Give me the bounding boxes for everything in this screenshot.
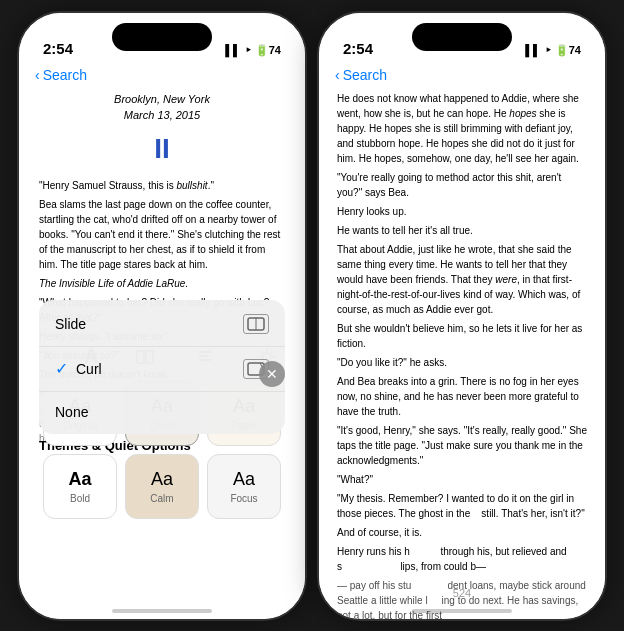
transition-menu: Slide ✓ Curl (39, 300, 285, 434)
r-para-3: Henry looks up. (337, 204, 587, 219)
theme-focus-label: Focus (230, 493, 257, 504)
curl-label: Curl (76, 361, 102, 377)
theme-bold-label: Bold (70, 493, 90, 504)
menu-item-slide[interactable]: Slide (39, 304, 285, 344)
paragraph-3: The Invisible Life of Addie LaRue. (39, 276, 285, 291)
book-location: Brooklyn, New York March 13, 2015 (39, 91, 285, 124)
r-para-13: Henry runs his h through his, but reliev… (337, 544, 587, 574)
r-para-6: But she wouldn't believe him, so he lets… (337, 321, 587, 351)
theme-calm[interactable]: Aa Calm (125, 454, 199, 519)
home-indicator-right (412, 609, 512, 613)
theme-focus-aa: Aa (233, 469, 255, 490)
theme-calm-label: Calm (150, 493, 173, 504)
status-time-left: 2:54 (43, 40, 73, 57)
home-indicator-left (112, 609, 212, 613)
close-button[interactable]: ✕ (259, 361, 285, 387)
back-button-left[interactable]: ‹ Search (35, 67, 87, 83)
slide-label: Slide (55, 316, 86, 332)
dynamic-island-right (412, 23, 512, 51)
chapter-number: II (39, 128, 285, 170)
book-content-left: Brooklyn, New York March 13, 2015 II "He… (19, 13, 305, 619)
status-time-right: 2:54 (343, 40, 373, 57)
left-phone: 2:54 ▌▌ ‣ 🔋74 ‹ Search Brooklyn, New Yor… (17, 11, 307, 621)
r-para-12: And of course, it is. (337, 525, 587, 540)
page-number: 524 (453, 587, 471, 599)
theme-bold[interactable]: Aa Bold (43, 454, 117, 519)
paragraph-1: "Henry Samuel Strauss, this is bullshit.… (39, 178, 285, 193)
r-para-10: "What?" (337, 472, 587, 487)
right-phone: 2:54 ▌▌ ‣ 🔋74 ‹ Search He does not know … (317, 11, 607, 621)
r-para-5: That about Addie, just like he wrote, th… (337, 242, 587, 317)
curl-checkmark: ✓ (55, 359, 68, 378)
theme-calm-aa: Aa (151, 469, 173, 490)
status-icons-right: ▌▌ ‣ 🔋74 (525, 44, 581, 57)
back-button-right[interactable]: ‹ Search (335, 67, 387, 83)
theme-bold-aa: Aa (68, 469, 91, 490)
nav-bar-left: ‹ Search (19, 63, 305, 87)
r-para-9: "It's good, Henry," she says. "It's real… (337, 423, 587, 468)
r-para-11: "My thesis. Remember? I wanted to do it … (337, 491, 587, 521)
slide-icon (243, 314, 269, 334)
book-text-right: He does not know what happened to Addie,… (337, 91, 587, 619)
paragraph-2: Bea slams the last page down on the coff… (39, 197, 285, 272)
r-para-2: "You're really going to method actor thi… (337, 170, 587, 200)
menu-item-none[interactable]: None (39, 394, 285, 430)
r-para-4: He wants to tell her it's all true. (337, 223, 587, 238)
none-label: None (55, 404, 88, 420)
r-para-7: "Do you like it?" he asks. (337, 355, 587, 370)
r-para-8: And Bea breaks into a grin. There is no … (337, 374, 587, 419)
nav-bar-right: ‹ Search (319, 63, 605, 87)
theme-focus[interactable]: Aa Focus (207, 454, 281, 519)
status-icons-left: ▌▌ ‣ 🔋74 (225, 44, 281, 57)
book-content-right: He does not know what happened to Addie,… (319, 13, 605, 619)
r-para-1: He does not know what happened to Addie,… (337, 91, 587, 166)
menu-item-curl[interactable]: ✓ Curl (39, 349, 285, 389)
dynamic-island-left (112, 23, 212, 51)
